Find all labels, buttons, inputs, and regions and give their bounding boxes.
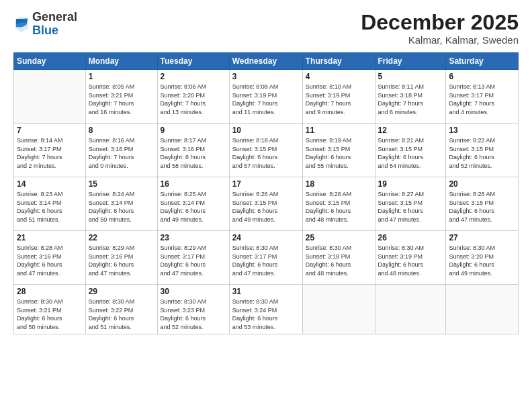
day-number: 3 (232, 72, 300, 81)
page: General Blue December 2025 Kalmar, Kalma… (0, 0, 532, 411)
day-number: 29 (89, 287, 154, 296)
table-row: 20Sunrise: 8:28 AM Sunset: 3:15 PM Dayli… (446, 177, 519, 231)
day-number: 9 (161, 126, 226, 135)
table-row: 3Sunrise: 8:08 AM Sunset: 3:19 PM Daylig… (229, 70, 302, 124)
day-number: 19 (378, 179, 443, 189)
table-row: 24Sunrise: 8:30 AM Sunset: 3:17 PM Dayli… (229, 231, 302, 285)
day-number: 10 (232, 126, 300, 135)
table-row: 17Sunrise: 8:26 AM Sunset: 3:15 PM Dayli… (229, 177, 302, 231)
table-row: 22Sunrise: 8:29 AM Sunset: 3:16 PM Dayli… (85, 231, 157, 285)
month-title: December 2025 (361, 11, 519, 34)
day-info: Sunrise: 8:18 AM Sunset: 3:15 PM Dayligh… (232, 136, 300, 170)
day-info: Sunrise: 8:24 AM Sunset: 3:14 PM Dayligh… (89, 190, 154, 224)
header-monday: Monday (85, 53, 157, 70)
day-number: 28 (17, 287, 83, 296)
day-number: 16 (161, 179, 226, 189)
day-number: 6 (449, 72, 515, 81)
calendar-table: Sunday Monday Tuesday Wednesday Thursday… (13, 52, 519, 334)
day-info: Sunrise: 8:26 AM Sunset: 3:15 PM Dayligh… (232, 190, 300, 224)
calendar-week-row: 14Sunrise: 8:23 AM Sunset: 3:14 PM Dayli… (14, 177, 519, 231)
day-info: Sunrise: 8:30 AM Sunset: 3:22 PM Dayligh… (89, 298, 154, 331)
day-info: Sunrise: 8:29 AM Sunset: 3:17 PM Dayligh… (161, 244, 226, 277)
header-friday: Friday (375, 53, 446, 70)
table-row: 29Sunrise: 8:30 AM Sunset: 3:22 PM Dayli… (85, 285, 157, 334)
day-info: Sunrise: 8:22 AM Sunset: 3:15 PM Dayligh… (449, 136, 515, 170)
day-number: 24 (232, 233, 300, 242)
day-number: 26 (378, 233, 443, 242)
day-number: 4 (306, 72, 372, 81)
day-info: Sunrise: 8:30 AM Sunset: 3:20 PM Dayligh… (449, 244, 515, 277)
day-info: Sunrise: 8:25 AM Sunset: 3:14 PM Dayligh… (161, 190, 226, 224)
day-info: Sunrise: 8:30 AM Sunset: 3:17 PM Dayligh… (232, 244, 300, 277)
table-row: 25Sunrise: 8:30 AM Sunset: 3:18 PM Dayli… (302, 231, 375, 285)
day-info: Sunrise: 8:16 AM Sunset: 3:16 PM Dayligh… (89, 136, 154, 170)
day-number: 13 (449, 126, 515, 135)
day-number: 22 (89, 233, 154, 242)
day-number: 8 (89, 126, 154, 135)
calendar-week-row: 28Sunrise: 8:30 AM Sunset: 3:21 PM Dayli… (14, 285, 519, 334)
table-row: 16Sunrise: 8:25 AM Sunset: 3:14 PM Dayli… (157, 177, 229, 231)
table-row: 5Sunrise: 8:11 AM Sunset: 3:18 PM Daylig… (375, 70, 446, 124)
table-row: 31Sunrise: 8:30 AM Sunset: 3:24 PM Dayli… (229, 285, 302, 334)
table-row: 1Sunrise: 8:05 AM Sunset: 3:21 PM Daylig… (85, 70, 157, 124)
table-row: 23Sunrise: 8:29 AM Sunset: 3:17 PM Dayli… (157, 231, 229, 285)
table-row: 8Sunrise: 8:16 AM Sunset: 3:16 PM Daylig… (85, 124, 157, 177)
table-row: 6Sunrise: 8:13 AM Sunset: 3:17 PM Daylig… (446, 70, 519, 124)
table-row (375, 285, 446, 334)
table-row: 30Sunrise: 8:30 AM Sunset: 3:23 PM Dayli… (157, 285, 229, 334)
day-number: 2 (161, 72, 226, 81)
day-number: 30 (161, 287, 226, 296)
day-info: Sunrise: 8:30 AM Sunset: 3:21 PM Dayligh… (17, 298, 83, 331)
table-row: 26Sunrise: 8:30 AM Sunset: 3:19 PM Dayli… (375, 231, 446, 285)
day-info: Sunrise: 8:30 AM Sunset: 3:24 PM Dayligh… (232, 298, 300, 331)
table-row (446, 285, 519, 334)
logo-icon (13, 15, 30, 34)
header-saturday: Saturday (446, 53, 519, 70)
header-wednesday: Wednesday (229, 53, 302, 70)
day-info: Sunrise: 8:30 AM Sunset: 3:23 PM Dayligh… (161, 298, 226, 331)
day-number: 31 (232, 287, 300, 296)
day-number: 14 (17, 179, 83, 189)
calendar-week-row: 21Sunrise: 8:28 AM Sunset: 3:16 PM Dayli… (14, 231, 519, 285)
table-row: 7Sunrise: 8:14 AM Sunset: 3:17 PM Daylig… (14, 124, 86, 177)
logo-blue-label: Blue (32, 24, 77, 38)
day-info: Sunrise: 8:30 AM Sunset: 3:19 PM Dayligh… (378, 244, 443, 277)
table-row: 13Sunrise: 8:22 AM Sunset: 3:15 PM Dayli… (446, 124, 519, 177)
calendar-header-row: Sunday Monday Tuesday Wednesday Thursday… (14, 53, 519, 70)
day-info: Sunrise: 8:26 AM Sunset: 3:15 PM Dayligh… (306, 190, 372, 224)
day-info: Sunrise: 8:06 AM Sunset: 3:20 PM Dayligh… (161, 83, 226, 116)
table-row: 9Sunrise: 8:17 AM Sunset: 3:16 PM Daylig… (157, 124, 229, 177)
day-number: 1 (89, 72, 154, 81)
table-row: 21Sunrise: 8:28 AM Sunset: 3:16 PM Dayli… (14, 231, 86, 285)
day-info: Sunrise: 8:08 AM Sunset: 3:19 PM Dayligh… (232, 83, 300, 116)
day-info: Sunrise: 8:28 AM Sunset: 3:16 PM Dayligh… (17, 244, 83, 277)
logo-text: General Blue (32, 11, 77, 38)
title-block: December 2025 Kalmar, Kalmar, Sweden (361, 11, 519, 46)
header: General Blue December 2025 Kalmar, Kalma… (13, 11, 519, 46)
table-row: 4Sunrise: 8:10 AM Sunset: 3:19 PM Daylig… (302, 70, 375, 124)
day-number: 15 (89, 179, 154, 189)
day-number: 18 (306, 179, 372, 189)
day-info: Sunrise: 8:27 AM Sunset: 3:15 PM Dayligh… (378, 190, 443, 224)
table-row: 18Sunrise: 8:26 AM Sunset: 3:15 PM Dayli… (302, 177, 375, 231)
day-number: 21 (17, 233, 83, 242)
table-row: 12Sunrise: 8:21 AM Sunset: 3:15 PM Dayli… (375, 124, 446, 177)
table-row: 27Sunrise: 8:30 AM Sunset: 3:20 PM Dayli… (446, 231, 519, 285)
day-info: Sunrise: 8:30 AM Sunset: 3:18 PM Dayligh… (306, 244, 372, 277)
day-info: Sunrise: 8:17 AM Sunset: 3:16 PM Dayligh… (161, 136, 226, 170)
day-info: Sunrise: 8:13 AM Sunset: 3:17 PM Dayligh… (449, 83, 515, 116)
day-number: 12 (378, 126, 443, 135)
header-sunday: Sunday (14, 53, 86, 70)
calendar-week-row: 1Sunrise: 8:05 AM Sunset: 3:21 PM Daylig… (14, 70, 519, 124)
day-info: Sunrise: 8:19 AM Sunset: 3:15 PM Dayligh… (306, 136, 372, 170)
day-number: 17 (232, 179, 300, 189)
day-info: Sunrise: 8:21 AM Sunset: 3:15 PM Dayligh… (378, 136, 443, 170)
day-number: 7 (17, 126, 83, 135)
day-number: 20 (449, 179, 515, 189)
table-row: 14Sunrise: 8:23 AM Sunset: 3:14 PM Dayli… (14, 177, 86, 231)
table-row (302, 285, 375, 334)
day-number: 11 (306, 126, 372, 135)
logo: General Blue (13, 11, 77, 38)
header-thursday: Thursday (302, 53, 375, 70)
day-number: 5 (378, 72, 443, 81)
